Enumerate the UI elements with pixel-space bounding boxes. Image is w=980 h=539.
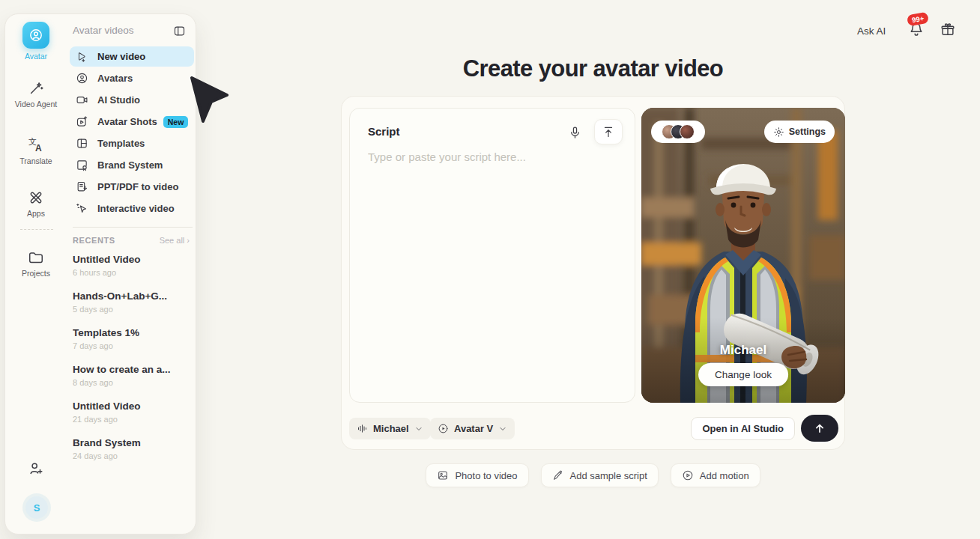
add-sample-script-button[interactable]: Add sample script: [541, 463, 659, 487]
sidebar: Avatar Video Agent 文 A Translate Apps: [4, 13, 196, 535]
interactive-video-icon: [76, 202, 88, 215]
menu-item-templates[interactable]: Templates: [70, 133, 194, 153]
sidebar-item-avatar[interactable]: Avatar: [5, 22, 67, 61]
recent-item[interactable]: Untitled Video 6 hours ago: [73, 254, 191, 277]
script-label: Script: [368, 125, 400, 138]
chevron-down-icon: [414, 424, 423, 433]
photo-to-video-button[interactable]: Photo to video: [426, 463, 528, 487]
templates-icon: [76, 137, 88, 150]
app-window: Avatar Video Agent 文 A Translate Apps: [0, 0, 980, 539]
menu-item-brand-system[interactable]: Brand System: [70, 155, 194, 175]
script-input[interactable]: [368, 150, 620, 387]
user-avatar[interactable]: S: [25, 496, 48, 519]
see-all-link[interactable]: See all ›: [160, 236, 190, 245]
menu-item-interactive-video[interactable]: Interactive video: [70, 198, 194, 219]
rail-divider: [20, 229, 53, 230]
rail-label: Video Agent: [5, 100, 67, 109]
recent-title: Brand System: [73, 437, 191, 448]
quick-actions: Photo to video Add sample script Add mot…: [341, 463, 845, 487]
sidebar-item-translate[interactable]: 文 A Translate: [5, 135, 67, 165]
ai-studio-icon: [76, 94, 88, 106]
photo-icon: [437, 469, 449, 481]
brand-system-icon: [76, 159, 88, 171]
menu-item-label: Interactive video: [97, 203, 175, 214]
voice-icon: [357, 423, 368, 434]
ask-ai-button[interactable]: Ask AI: [853, 22, 890, 39]
menu-item-ppt-pdf-to-video[interactable]: PPT/PDF to video: [70, 177, 194, 197]
upload-script-button[interactable]: [594, 119, 623, 144]
recent-item[interactable]: Hands-On+Lab+G... 5 days ago: [73, 290, 191, 314]
avatar-name: Michael: [641, 343, 845, 358]
menu-item-label: Avatars: [97, 73, 133, 84]
avatar-version-select[interactable]: Avatar V: [430, 418, 515, 439]
record-voice-button[interactable]: [563, 121, 587, 144]
rewards-button[interactable]: [940, 21, 959, 40]
quick-action-label: Add motion: [700, 470, 749, 481]
motion-icon: [682, 469, 694, 481]
voice-select[interactable]: Michael: [349, 418, 431, 439]
quick-action-label: Add sample script: [570, 470, 647, 481]
open-in-ai-studio-button[interactable]: Open in AI Studio: [691, 417, 795, 440]
avatar-icon: [22, 22, 49, 49]
rail-label: Projects: [5, 269, 67, 278]
recent-time: 24 days ago: [73, 451, 191, 460]
menu-item-label: Brand System: [97, 159, 163, 171]
composer-card: Script: [341, 96, 845, 450]
change-look-button[interactable]: Change look: [698, 363, 788, 386]
new-video-icon: [76, 50, 88, 63]
avatar-switcher[interactable]: [651, 121, 705, 143]
avatar-shots-icon: [76, 115, 88, 128]
recent-item[interactable]: Untitled Video 21 days ago: [73, 401, 191, 424]
translate-icon: 文 A: [27, 135, 45, 153]
gear-icon: [773, 127, 784, 138]
sidebar-item-video-agent[interactable]: Video Agent: [5, 80, 67, 109]
recent-time: 21 days ago: [73, 415, 191, 424]
menu-item-label: AI Studio: [97, 94, 140, 106]
recent-title: Untitled Video: [73, 254, 191, 265]
mic-icon: [568, 126, 582, 140]
page-title: Create your avatar video: [341, 55, 845, 82]
generate-button[interactable]: [801, 415, 838, 442]
new-badge: New: [163, 116, 189, 128]
avatar-version-icon: [438, 423, 449, 434]
sidebar-item-apps[interactable]: Apps: [5, 189, 67, 218]
avatar-preview-card[interactable]: Settings Michael Change look: [641, 108, 845, 403]
recent-time: 5 days ago: [73, 305, 191, 314]
collapse-panel-icon: [173, 25, 186, 37]
menu-item-label: Templates: [97, 138, 145, 149]
menu-item-label: New video: [97, 51, 145, 62]
menu-item-avatar-shots[interactable]: Avatar Shots New: [70, 112, 194, 132]
rail-label: Apps: [5, 209, 67, 218]
gift-icon: [940, 21, 956, 37]
recent-time: 6 hours ago: [73, 268, 191, 277]
wand-icon: [28, 80, 44, 97]
panel-title: Avatar videos: [73, 25, 134, 36]
recent-item[interactable]: How to create an a... 8 days ago: [73, 364, 191, 387]
rail-label: Avatar: [5, 52, 67, 61]
menu-item-new-video[interactable]: New video: [70, 46, 194, 67]
ppt-pdf-icon: [76, 180, 88, 193]
avatar-thumb: [680, 124, 695, 139]
recent-time: 7 days ago: [73, 341, 191, 350]
avatar-photo: [641, 108, 845, 403]
invite-member-button[interactable]: [5, 460, 67, 477]
settings-button[interactable]: Settings: [764, 121, 835, 143]
svg-text:A: A: [35, 143, 42, 153]
add-motion-button[interactable]: Add motion: [671, 463, 760, 487]
voice-select-value: Michael: [373, 423, 409, 434]
menu-item-avatars[interactable]: Avatars: [70, 68, 194, 88]
recents-header: RECENTS: [73, 236, 115, 245]
sidebar-item-projects[interactable]: Projects: [5, 249, 67, 278]
menu-item-ai-studio[interactable]: AI Studio: [70, 90, 194, 110]
recent-item[interactable]: Brand System 24 days ago: [73, 437, 191, 460]
rail-label: Translate: [5, 156, 67, 165]
recent-title: Untitled Video: [73, 401, 191, 412]
recent-title: Hands-On+Lab+G...: [73, 290, 191, 302]
pen-icon: [552, 469, 564, 481]
avatar-version-value: Avatar V: [454, 423, 493, 434]
collapse-sidebar-button[interactable]: [170, 22, 188, 39]
recent-title: How to create an a...: [73, 364, 191, 375]
settings-label: Settings: [789, 127, 826, 137]
recent-item[interactable]: Templates 1% 7 days ago: [73, 327, 191, 350]
menu-item-label: Avatar Shots: [97, 116, 157, 127]
